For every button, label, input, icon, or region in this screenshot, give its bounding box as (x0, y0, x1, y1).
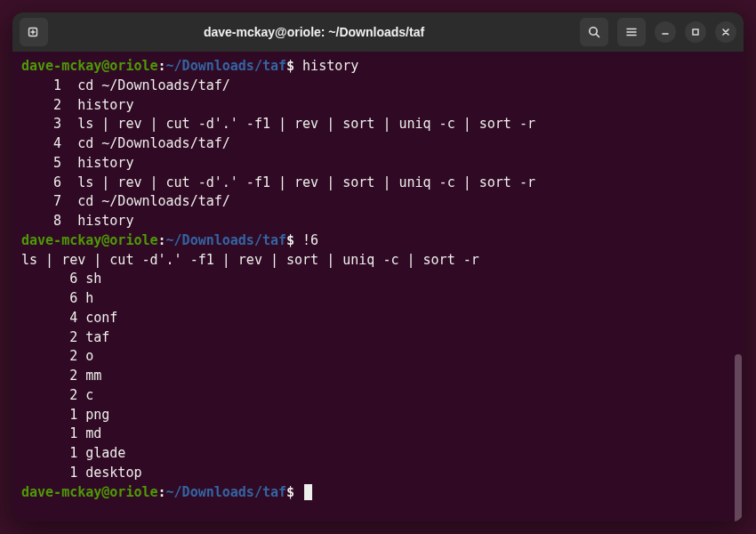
titlebar: dave-mckay@oriole: ~/Downloads/taf (12, 12, 744, 52)
prompt-colon: : (158, 58, 166, 74)
cursor (304, 484, 312, 500)
prompt-path: ~/Downloads/taf (166, 484, 286, 500)
close-button[interactable] (715, 21, 736, 43)
prompt-dollar: $ (286, 232, 294, 248)
scrollbar-thumb[interactable] (735, 354, 742, 522)
prompt-user-host: dave-mckay@oriole (21, 484, 158, 500)
svg-rect-2 (693, 29, 698, 35)
search-icon (587, 25, 601, 39)
prompt-colon: : (158, 484, 166, 500)
prompt-user-host: dave-mckay@oriole (21, 58, 158, 74)
prompt-path: ~/Downloads/taf (166, 232, 286, 248)
history-output: 1 cd ~/Downloads/taf/ 2 history 3 ls | r… (21, 77, 535, 229)
prompt-dollar: $ (286, 58, 294, 74)
menu-button[interactable] (617, 18, 646, 46)
prompt-user-host: dave-mckay@oriole (21, 232, 158, 248)
prompt-colon: : (158, 232, 166, 248)
close-icon (720, 27, 731, 37)
terminal-window: dave-mckay@oriole: ~/Downloads/taf (12, 12, 744, 522)
maximize-icon (690, 27, 701, 37)
hamburger-icon (624, 25, 639, 39)
window-title: dave-mckay@oriole: ~/Downloads/taf (53, 25, 575, 39)
prompt-path: ~/Downloads/taf (166, 58, 286, 74)
expanded-command: ls | rev | cut -d'.' -f1 | rev | sort | … (21, 252, 479, 268)
terminal-body[interactable]: dave-mckay@oriole:~/Downloads/taf$ histo… (12, 52, 744, 522)
maximize-button[interactable] (685, 21, 706, 43)
search-button[interactable] (580, 18, 608, 46)
new-tab-button[interactable] (20, 18, 48, 46)
new-tab-icon (27, 25, 41, 39)
minimize-icon (660, 27, 671, 37)
prompt-dollar: $ (286, 484, 294, 500)
command-text: !6 (302, 232, 318, 248)
command-output: 6 sh 6 h 4 conf 2 taf 2 o 2 mm 2 c 1 png… (21, 271, 141, 481)
command-text: history (302, 58, 358, 74)
minimize-button[interactable] (655, 21, 676, 43)
